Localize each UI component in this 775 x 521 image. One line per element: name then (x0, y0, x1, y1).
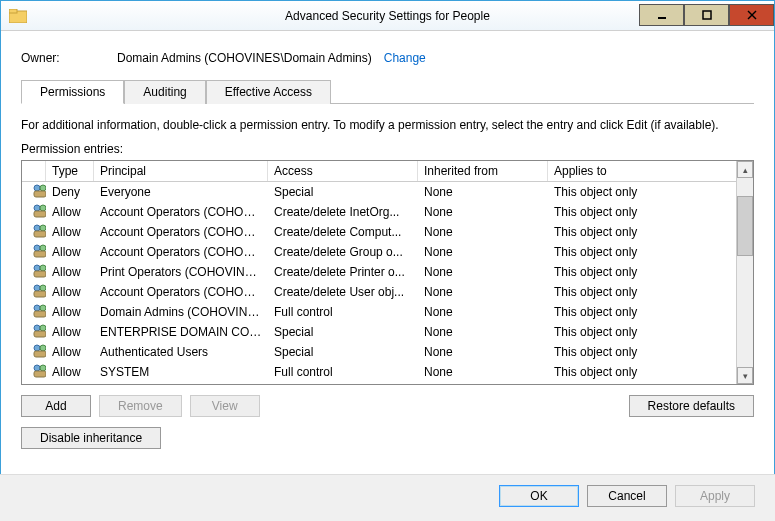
cell-type: Deny (46, 185, 94, 199)
cell-principal: ENTERPRISE DOMAIN CONT... (94, 325, 268, 339)
col-applies[interactable]: Applies to (548, 161, 736, 181)
tab-auditing[interactable]: Auditing (124, 80, 205, 104)
scroll-thumb[interactable] (737, 196, 753, 256)
minimize-button[interactable] (639, 4, 684, 26)
cell-access: Create/delete InetOrg... (268, 205, 418, 219)
tab-effective-access[interactable]: Effective Access (206, 80, 331, 104)
svg-rect-11 (34, 211, 46, 217)
col-principal[interactable]: Principal (94, 161, 268, 181)
col-access[interactable]: Access (268, 161, 418, 181)
cell-inherited: None (418, 185, 548, 199)
table-row[interactable]: AllowAccount Operators (COHOVI...Create/… (22, 222, 736, 242)
ok-button[interactable]: OK (499, 485, 579, 507)
table-body: DenyEveryoneSpecialNoneThis object onlyA… (22, 182, 736, 382)
svg-rect-23 (34, 291, 46, 297)
add-button[interactable]: Add (21, 395, 91, 417)
cell-applies: This object only (548, 325, 736, 339)
svg-point-6 (34, 185, 40, 191)
cell-type: Allow (46, 325, 94, 339)
col-icon[interactable] (22, 161, 46, 181)
table-row[interactable]: AllowSYSTEMFull controlNoneThis object o… (22, 362, 736, 382)
principal-icon (32, 368, 46, 382)
cell-applies: This object only (548, 245, 736, 259)
owner-label: Owner: (21, 51, 117, 65)
principal-icon (32, 268, 46, 282)
cell-type: Allow (46, 285, 94, 299)
cell-principal: Print Operators (COHOVINES... (94, 265, 268, 279)
cell-applies: This object only (548, 365, 736, 379)
cell-access: Full control (268, 365, 418, 379)
cell-applies: This object only (548, 205, 736, 219)
cell-access: Special (268, 345, 418, 359)
apply-button: Apply (675, 485, 755, 507)
col-inherited[interactable]: Inherited from (418, 161, 548, 181)
maximize-button[interactable] (684, 4, 729, 26)
cell-access: Create/delete User obj... (268, 285, 418, 299)
svg-point-9 (34, 205, 40, 211)
table-row[interactable]: AllowAccount Operators (COHOVI...Create/… (22, 282, 736, 302)
cell-type: Allow (46, 305, 94, 319)
cell-type: Allow (46, 205, 94, 219)
cell-principal: Everyone (94, 185, 268, 199)
table-row[interactable]: AllowENTERPRISE DOMAIN CONT...SpecialNon… (22, 322, 736, 342)
owner-row: Owner: Domain Admins (COHOVINES\Domain A… (21, 51, 754, 65)
cell-inherited: None (418, 245, 548, 259)
cell-applies: This object only (548, 225, 736, 239)
table-row[interactable]: AllowAccount Operators (COHOVI...Create/… (22, 202, 736, 222)
window-title: Advanced Security Settings for People (285, 9, 490, 23)
cell-principal: Account Operators (COHOVI... (94, 205, 268, 219)
vertical-scrollbar[interactable]: ▴ ▾ (736, 161, 753, 384)
disable-inheritance-button[interactable]: Disable inheritance (21, 427, 161, 449)
svg-rect-35 (34, 371, 46, 377)
table-row[interactable]: DenyEveryoneSpecialNoneThis object only (22, 182, 736, 202)
cell-access: Create/delete Group o... (268, 245, 418, 259)
svg-point-12 (34, 225, 40, 231)
cell-principal: Account Operators (COHOVI... (94, 245, 268, 259)
svg-rect-8 (34, 191, 46, 197)
svg-point-18 (34, 265, 40, 271)
cell-access: Full control (268, 305, 418, 319)
col-type[interactable]: Type (46, 161, 94, 181)
restore-defaults-button[interactable]: Restore defaults (629, 395, 754, 417)
principal-icon (32, 188, 46, 202)
svg-rect-1 (9, 9, 17, 13)
principal-icon (32, 228, 46, 242)
svg-rect-14 (34, 231, 46, 237)
cell-inherited: None (418, 265, 548, 279)
cell-type: Allow (46, 245, 94, 259)
table-row[interactable]: AllowPrint Operators (COHOVINES...Create… (22, 262, 736, 282)
cell-inherited: None (418, 225, 548, 239)
cell-type: Allow (46, 365, 94, 379)
table-row[interactable]: AllowAccount Operators (COHOVI...Create/… (22, 242, 736, 262)
svg-rect-29 (34, 331, 46, 337)
cell-applies: This object only (548, 185, 736, 199)
principal-icon (32, 328, 46, 342)
svg-point-21 (34, 285, 40, 291)
close-button[interactable] (729, 4, 774, 26)
scroll-down-button[interactable]: ▾ (737, 367, 753, 384)
folder-icon (9, 9, 27, 23)
info-text: For additional information, double-click… (21, 118, 754, 132)
principal-icon (32, 208, 46, 222)
cell-principal: Account Operators (COHOVI... (94, 285, 268, 299)
tab-permissions[interactable]: Permissions (21, 80, 124, 104)
table-row[interactable]: AllowAuthenticated UsersSpecialNoneThis … (22, 342, 736, 362)
cancel-button[interactable]: Cancel (587, 485, 667, 507)
principal-icon (32, 248, 46, 262)
svg-rect-3 (703, 11, 711, 19)
cell-inherited: None (418, 305, 548, 319)
dialog-footer: OK Cancel Apply (0, 474, 775, 521)
svg-point-24 (34, 305, 40, 311)
scroll-up-button[interactable]: ▴ (737, 161, 753, 178)
cell-access: Create/delete Comput... (268, 225, 418, 239)
owner-value: Domain Admins (COHOVINES\Domain Admins) (117, 51, 372, 65)
view-button: View (190, 395, 260, 417)
cell-principal: Authenticated Users (94, 345, 268, 359)
change-owner-link[interactable]: Change (384, 51, 426, 65)
table-row[interactable]: AllowDomain Admins (COHOVINE...Full cont… (22, 302, 736, 322)
cell-principal: Account Operators (COHOVI... (94, 225, 268, 239)
cell-type: Allow (46, 345, 94, 359)
svg-point-27 (34, 325, 40, 331)
cell-applies: This object only (548, 345, 736, 359)
scroll-track[interactable] (737, 178, 753, 367)
